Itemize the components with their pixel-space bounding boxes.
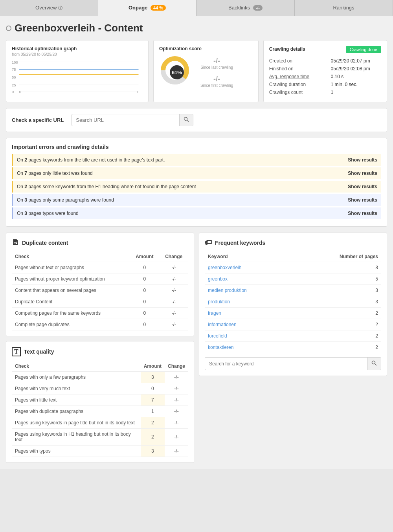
text-quality-card: T Text quality Check Amount Change Pages… — [6, 341, 194, 463]
tab-backlinks[interactable]: Backlinks -/- — [196, 0, 295, 16]
url-search-input[interactable] — [72, 115, 179, 125]
crawling-value-1: 05/29/20 02:08 pm — [331, 65, 381, 73]
duplicate-icon: 🖹 — [12, 238, 19, 247]
score-title: Optimization score — [159, 46, 253, 51]
url-search-button[interactable] — [179, 114, 193, 126]
backlinks-badge: -/- — [253, 5, 263, 11]
svg-text:100: 100 — [12, 61, 18, 64]
frequent-keywords-card: 🏷 Frequent keywords Keyword Number of pa… — [199, 233, 387, 376]
tq-check-6: Pages with typos — [12, 446, 141, 457]
tq-amount-2: 7 — [141, 394, 165, 406]
kw-col-pages: Number of pages — [293, 251, 381, 262]
keyword-search-button[interactable] — [367, 358, 381, 370]
tq-col-amount: Amount — [141, 361, 165, 372]
error-row-0: On 2 pages keywords from the title are n… — [12, 154, 381, 166]
dup-check-1: Pages without proper keyword optimizatio… — [12, 273, 130, 285]
crawling-table: Created on 05/29/20 02:07 pm Finished on… — [269, 57, 381, 96]
table-row: Pages without text or paragraphs 0 -/- — [12, 262, 188, 273]
duplicate-content-header: 🖹 Duplicate content — [12, 238, 188, 247]
dup-amount-0: 0 — [130, 262, 159, 273]
graph-subtitle: from 05/29/20 to 05/29/20 — [12, 52, 143, 57]
tab-rankings[interactable]: Rankings — [295, 0, 393, 16]
tq-check-0: Pages with only a few paragraphs — [12, 372, 141, 383]
score-first-value: -/- — [200, 75, 233, 83]
table-row: medien produktion 3 — [205, 285, 381, 296]
historical-graph-card: Historical optimization graph from 05/29… — [6, 40, 149, 102]
tab-bar: Overview ⓘ Onpage 44 % Backlinks -/- Ran… — [0, 0, 393, 16]
tab-onpage-label: Onpage — [129, 5, 147, 11]
tab-overview-label: Overview — [35, 5, 57, 11]
url-search-wrap — [72, 114, 193, 126]
show-results-3[interactable]: Show results — [348, 197, 377, 203]
table-row: Pages with only a few paragraphs 3 -/- — [12, 372, 188, 383]
table-row: Pages using keywords in H1 heading but n… — [12, 429, 188, 446]
kw-count-5: 2 — [293, 319, 381, 330]
keyword-link-4[interactable]: fragen — [208, 310, 221, 316]
dup-check-0: Pages without text or paragraphs — [12, 262, 130, 273]
error-row-4: On 3 pages typos were found Show results — [12, 207, 381, 219]
tq-check-5: Pages using keywords in H1 heading but n… — [12, 429, 141, 446]
score-first-label: Since first crawling — [200, 83, 233, 88]
graph-svg: 100 75 50 25 0 0 1 — [12, 60, 143, 95]
dup-change-5: -/- — [159, 319, 188, 330]
tq-check-3: Pages with duplicate paragraphs — [12, 406, 141, 417]
kw-0: greenboxverleih — [205, 262, 293, 273]
dup-change-0: -/- — [159, 262, 188, 273]
crawling-label-3: Crawling duration — [269, 81, 331, 88]
keyword-link-5[interactable]: informationen — [208, 322, 237, 327]
top-cards-row: Historical optimization graph from 05/29… — [6, 40, 387, 102]
text-quality-title: Text quality — [24, 349, 54, 355]
svg-text:0: 0 — [19, 90, 21, 94]
keyword-link-3[interactable]: produktion — [208, 299, 230, 305]
tq-check-2: Pages with little text — [12, 394, 141, 406]
overview-icon: ⓘ — [58, 6, 62, 10]
tq-change-6: -/- — [165, 446, 188, 457]
table-row: Finished on 05/29/20 02:08 pm — [269, 65, 381, 73]
score-last-label: Since last crawling — [200, 65, 233, 70]
crawling-title: Crawling details — [269, 46, 305, 52]
table-row: Duplicate Content 0 -/- — [12, 296, 188, 308]
dup-change-4: -/- — [159, 308, 188, 319]
keyword-link-7[interactable]: kontaktieren — [208, 345, 233, 350]
main-content: Greenboxverleih - Content Historical opt… — [0, 16, 393, 469]
keyword-link-0[interactable]: greenboxverleih — [208, 265, 241, 270]
error-text-3: On 3 pages only some paragraphs were fou… — [17, 197, 114, 203]
text-quality-header: T Text quality — [12, 347, 188, 356]
show-results-0[interactable]: Show results — [348, 157, 377, 163]
kw-count-3: 3 — [293, 296, 381, 308]
dup-check-4: Competing pages for the same keywords — [12, 308, 130, 319]
duplicate-content-table: Check Amount Change Pages without text o… — [12, 251, 188, 330]
keyword-link-2[interactable]: medien produktion — [208, 288, 247, 293]
keyword-link-6[interactable]: forcefield — [208, 333, 227, 339]
keyword-search-wrap — [205, 357, 381, 370]
score-first: -/- Since first crawling — [200, 75, 233, 88]
table-header-row: Check Amount Change — [12, 361, 188, 372]
tq-col-change: Change — [165, 361, 188, 372]
crawling-label-2: Avg. response time — [269, 73, 331, 81]
tq-amount-5: 2 — [141, 429, 165, 446]
kw-5: informationen — [205, 319, 293, 330]
duplicate-content-card: 🖹 Duplicate content Check Amount Change … — [6, 233, 194, 336]
dup-amount-3: 0 — [130, 296, 159, 308]
errors-card: Important errors and crawling details On… — [6, 138, 387, 227]
score-last-value: -/- — [200, 57, 233, 65]
tq-change-0: -/- — [165, 372, 188, 383]
keyword-search-input[interactable] — [205, 358, 367, 369]
svg-line-18 — [375, 364, 376, 365]
donut-chart: 61% — [159, 55, 195, 90]
show-results-1[interactable]: Show results — [348, 171, 377, 176]
svg-text:1: 1 — [136, 90, 138, 94]
tab-onpage[interactable]: Onpage 44 % — [98, 0, 196, 16]
table-row: Pages with duplicate paragraphs 1 -/- — [12, 406, 188, 417]
table-row: fragen 2 — [205, 308, 381, 319]
right-column: 🏷 Frequent keywords Keyword Number of pa… — [199, 233, 387, 463]
error-text-2: On 2 pages some keywords from the H1 hea… — [17, 184, 196, 189]
keyword-link-1[interactable]: greenbox — [208, 276, 228, 282]
show-results-2[interactable]: Show results — [348, 184, 377, 189]
table-row: Crawling duration 1 min. 0 sec. — [269, 81, 381, 88]
page-title-row: Greenboxverleih - Content — [6, 22, 387, 34]
show-results-4[interactable]: Show results — [348, 211, 377, 216]
tab-overview[interactable]: Overview ⓘ — [0, 0, 98, 16]
crawling-value-0: 05/29/20 02:07 pm — [331, 57, 381, 65]
kw-4: fragen — [205, 308, 293, 319]
